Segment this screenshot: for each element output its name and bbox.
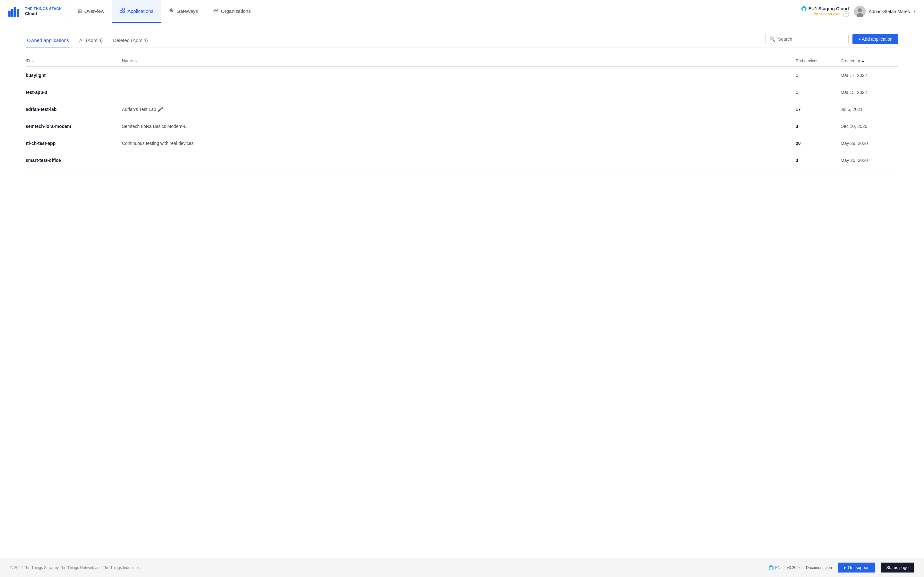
avatar [854, 6, 866, 17]
tab-all-admin[interactable]: All (Admin) [78, 34, 104, 47]
svg-rect-2 [14, 7, 16, 17]
row-created-at: Mar 15, 2022 [841, 90, 898, 95]
support-circle-icon: ● [843, 565, 846, 570]
col-id-label: ID [26, 58, 30, 63]
applications-icon [120, 8, 125, 14]
table-row[interactable]: busylight 1 Mar 17, 2022 [26, 67, 898, 84]
status-btn-label: Status page [887, 565, 909, 570]
main-content: Owned applications All (Admin) Deleted (… [0, 23, 924, 558]
col-header-id[interactable]: ID ⇅ [26, 58, 122, 63]
help-icon[interactable]: ? [843, 11, 849, 17]
table-row[interactable]: semtech-lora-modem Semtech LoRa Basics M… [26, 118, 898, 135]
support-label: No support plan [813, 12, 841, 16]
get-support-button[interactable]: ● Get support [838, 562, 875, 572]
col-header-end-devices: End devices [796, 58, 841, 63]
footer-globe-icon: 🌐 [768, 565, 774, 570]
region-support[interactable]: No support plan ? [813, 11, 849, 17]
nav-label-organizations: Organizations [221, 8, 251, 14]
region-name: EU1 Staging Cloud [809, 6, 849, 11]
logo-title: THE THINGS STACK [25, 7, 62, 11]
logo-text: THE THINGS STACK Cloud [25, 7, 62, 16]
globe-icon: 🌐 [801, 6, 806, 11]
svg-point-8 [214, 9, 216, 11]
row-id: test-app-3 [26, 90, 122, 95]
sort-name-icon: ⇅ [134, 59, 137, 63]
region-info: 🌐 EU1 Staging Cloud No support plan ? [801, 6, 849, 17]
sort-id-icon: ⇅ [31, 59, 34, 63]
table-row[interactable]: tti-ch-test-app Continuous testing with … [26, 135, 898, 152]
svg-point-9 [216, 9, 218, 11]
table-header: ID ⇅ Name ⇅ End devices Created at ▲ [26, 55, 898, 67]
add-application-button[interactable]: + Add application [853, 34, 898, 44]
row-end-devices: 20 [796, 141, 841, 146]
support-btn-label: Get support [848, 565, 870, 570]
user-info[interactable]: Adrian-Stefan Mares ▼ [854, 6, 916, 17]
col-end-devices-label: End devices [796, 58, 819, 63]
row-id: busylight [26, 73, 122, 78]
row-name: Adrian's Test Lab 🎤 [122, 107, 796, 112]
svg-rect-0 [8, 11, 11, 17]
tabs-bar: Owned applications All (Admin) Deleted (… [26, 33, 898, 47]
sort-created-icon: ▲ [861, 59, 865, 63]
svg-rect-1 [11, 9, 13, 17]
status-page-button[interactable]: Status page [881, 562, 914, 572]
tab-owned-applications[interactable]: Owned applications [26, 34, 70, 47]
search-input[interactable] [778, 37, 845, 42]
row-id: tti-ch-test-app [26, 141, 122, 146]
organizations-icon [213, 8, 218, 14]
row-end-devices: 1 [796, 90, 841, 95]
region-label: 🌐 EU1 Staging Cloud [801, 6, 849, 11]
col-name-label: Name [122, 58, 133, 63]
row-end-devices: 17 [796, 107, 841, 112]
row-name: Semtech LoRa Basics Modem-E [122, 124, 796, 129]
row-created-at: Jul 6, 2021 [841, 107, 898, 112]
nav-label-overview: Overview [84, 8, 105, 14]
logo-subtitle: Cloud [25, 11, 62, 16]
nav-item-organizations[interactable]: Organizations [206, 0, 258, 23]
nav-label-gateways: Gateways [176, 8, 198, 14]
footer-copyright: © 2022 The Things Stack by The Things Ne… [10, 566, 140, 570]
header: THE THINGS STACK Cloud ⊞ Overview Applic… [0, 0, 924, 23]
nav-item-overview[interactable]: ⊞ Overview [70, 0, 112, 23]
row-end-devices: 3 [796, 124, 841, 129]
nav-item-applications[interactable]: Applications [112, 0, 161, 23]
row-end-devices: 1 [796, 73, 841, 78]
header-right: 🌐 EU1 Staging Cloud No support plan ? Ad… [793, 6, 924, 17]
svg-rect-4 [120, 8, 122, 10]
col-created-at-label: Created at [841, 58, 860, 63]
row-created-at: May 29, 2020 [841, 141, 898, 146]
row-name: Continuous testing with real devices [122, 141, 796, 146]
footer-documentation-link[interactable]: Documentation [806, 566, 832, 570]
main-nav: ⊞ Overview Applications Gateways Organiz… [70, 0, 793, 23]
svg-rect-5 [123, 8, 124, 10]
row-end-devices: 3 [796, 158, 841, 163]
row-created-at: May 26, 2020 [841, 158, 898, 163]
tab-deleted-admin[interactable]: Deleted (Admin) [111, 34, 149, 47]
table-row[interactable]: adrian-test-lab Adrian's Test Lab 🎤 17 J… [26, 101, 898, 118]
table-row[interactable]: smart-test-office 3 May 26, 2020 [26, 152, 898, 169]
row-created-at: Dec 10, 2020 [841, 124, 898, 129]
chevron-down-icon: ▼ [913, 10, 916, 13]
search-box[interactable]: 🔍 [765, 34, 849, 44]
logo-icon [8, 5, 21, 18]
col-header-name[interactable]: Name ⇅ [122, 58, 796, 63]
logo: THE THINGS STACK Cloud [0, 0, 70, 23]
footer-lang[interactable]: 🌐 EN [768, 565, 780, 570]
table-body: busylight 1 Mar 17, 2022 test-app-3 1 Ma… [26, 67, 898, 169]
svg-point-11 [858, 8, 862, 12]
tab-actions: 🔍 + Add application [765, 34, 898, 47]
row-id: smart-test-office [26, 158, 122, 163]
row-id: adrian-test-lab [26, 107, 122, 112]
nav-item-gateways[interactable]: Gateways [161, 0, 206, 23]
table-row[interactable]: test-app-3 1 Mar 15, 2022 [26, 84, 898, 101]
nav-label-applications: Applications [128, 8, 153, 14]
user-name: Adrian-Stefan Mares [869, 9, 910, 14]
svg-rect-6 [120, 11, 122, 13]
overview-icon: ⊞ [78, 8, 82, 14]
footer-lang-label: EN [775, 566, 780, 570]
col-header-created-at[interactable]: Created at ▲ [841, 58, 898, 63]
footer-version: v3.20.0 [787, 566, 800, 570]
applications-table: ID ⇅ Name ⇅ End devices Created at ▲ bus… [26, 55, 898, 169]
svg-rect-7 [123, 11, 124, 13]
svg-rect-3 [17, 9, 19, 17]
